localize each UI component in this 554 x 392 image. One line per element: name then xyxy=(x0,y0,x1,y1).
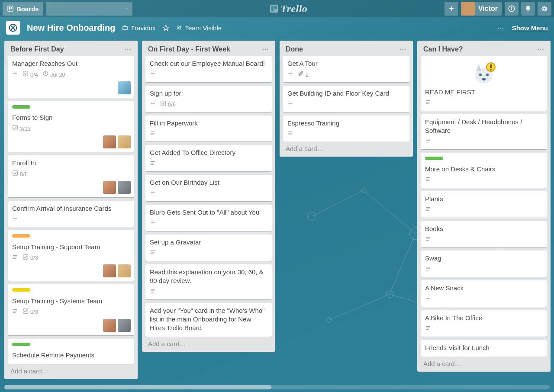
description-badge xyxy=(287,130,293,138)
card[interactable]: Get Building ID and Floor Key Card xyxy=(283,86,409,112)
card[interactable]: Set up a Gravatar xyxy=(145,235,272,261)
board-canvas[interactable]: Before First Day ⋯ Manager Reaches Out0/… xyxy=(0,38,554,392)
checklist-count: 0/4 xyxy=(30,71,38,79)
member-avatar[interactable] xyxy=(103,181,116,194)
card[interactable]: Enroll In0/8 xyxy=(8,155,134,197)
card[interactable]: Books xyxy=(421,221,547,247)
due-date: Jul 20 xyxy=(50,71,65,79)
card[interactable]: Forms to Sign3/13 xyxy=(8,101,134,152)
card[interactable]: Get on Our Birthday List xyxy=(145,175,272,201)
search-input[interactable] xyxy=(50,5,126,12)
notifications-button[interactable] xyxy=(521,2,535,16)
menu-dots-icon: ⋯ xyxy=(497,24,505,32)
card[interactable]: READ ME FIRST xyxy=(421,56,547,111)
member-avatar[interactable] xyxy=(103,135,116,148)
list-menu-button[interactable]: ⋯ xyxy=(262,45,269,53)
card-title: More on Desks & Chairs xyxy=(425,165,543,174)
create-button[interactable] xyxy=(444,2,458,16)
org-button[interactable]: Travidux xyxy=(122,24,155,32)
checklist-icon xyxy=(12,125,18,133)
checklist-count: 0/6 xyxy=(168,101,176,109)
member-avatar[interactable] xyxy=(118,319,131,332)
card-title: Set up a Gravatar xyxy=(150,238,267,247)
card[interactable]: More on Desks & Chairs xyxy=(421,153,547,188)
add-card-button[interactable]: Add a card… xyxy=(8,364,134,376)
checklist-icon xyxy=(23,71,29,79)
board-icon[interactable] xyxy=(6,21,20,35)
member-avatar[interactable] xyxy=(118,181,131,194)
card[interactable]: Schedule Remote Payments xyxy=(8,339,134,364)
card[interactable]: Espresso Training xyxy=(283,116,409,142)
card[interactable]: Fill in Paperwork xyxy=(145,116,272,142)
add-card-button[interactable]: Add a card… xyxy=(145,337,272,348)
description-badge xyxy=(150,219,156,228)
card-title: Espresso Training xyxy=(287,119,405,128)
card[interactable]: Get A Tour2 xyxy=(283,56,409,82)
boards-icon xyxy=(7,5,14,12)
add-card-button[interactable]: Add a card… xyxy=(421,357,547,368)
description-icon xyxy=(287,71,293,79)
card-title: Get Building ID and Floor Key Card xyxy=(287,89,405,98)
checklist-count: 0/8 xyxy=(20,170,28,178)
brand-text: Trello xyxy=(280,3,307,15)
card[interactable]: A Bike In The Office xyxy=(421,310,547,337)
star-button[interactable] xyxy=(162,24,169,31)
card[interactable]: Sign up for:0/6 xyxy=(145,86,272,112)
user-menu[interactable]: Victor xyxy=(461,2,502,16)
svg-rect-42 xyxy=(23,71,28,76)
description-icon xyxy=(150,71,156,79)
member-avatar[interactable] xyxy=(103,264,116,277)
description-badge xyxy=(150,71,156,79)
member-avatar[interactable] xyxy=(118,81,131,94)
card[interactable]: Blurb Gets Sent Out to "All" about You xyxy=(145,205,272,231)
card[interactable]: Confirm Arrival of Insurance Cards xyxy=(8,201,134,227)
description-badge xyxy=(287,100,293,109)
description-icon xyxy=(150,160,156,168)
member-avatar[interactable] xyxy=(103,319,116,332)
description-icon xyxy=(12,254,18,262)
card[interactable]: Add your "You" card in the "Who's Who" l… xyxy=(145,303,272,337)
list-menu-button[interactable]: ⋯ xyxy=(537,45,544,53)
list-title[interactable]: On First Day - First Week xyxy=(148,45,230,53)
card-title: Equipment / Desk / Headphones / Software xyxy=(425,118,543,135)
user-avatar xyxy=(461,2,475,16)
card[interactable]: A New Snack xyxy=(421,280,547,307)
card[interactable]: Friends Visit for Lunch xyxy=(421,340,547,357)
checklist-icon xyxy=(23,308,29,316)
scrollbar-thumb[interactable] xyxy=(4,385,271,389)
attachment-count: 2 xyxy=(306,71,309,79)
board-title[interactable]: New Hire Onboarding xyxy=(27,23,115,33)
list-menu-button[interactable]: ⋯ xyxy=(399,45,407,53)
horizontal-scrollbar[interactable] xyxy=(4,385,550,389)
brand-logo[interactable]: Trello xyxy=(135,3,442,15)
card-title: Manager Reaches Out xyxy=(12,59,130,68)
card[interactable]: Manager Reaches Out0/4Jul 20 xyxy=(8,56,134,98)
member-avatar[interactable] xyxy=(118,135,131,148)
info-button[interactable] xyxy=(505,2,519,16)
search-box[interactable] xyxy=(46,2,132,16)
list: Can I Have? ⋯ READ ME FIRSTEquipment / D… xyxy=(417,41,551,372)
card-title: Friends Visit for Lunch xyxy=(425,344,543,352)
show-menu-button[interactable]: Show Menu xyxy=(512,24,548,32)
add-card-button[interactable]: Add a card… xyxy=(283,141,409,153)
list-title[interactable]: Before First Day xyxy=(10,45,64,53)
list-menu-button[interactable]: ⋯ xyxy=(124,45,132,53)
card[interactable]: Setup Training - Systems Team0/3 xyxy=(8,284,134,335)
card[interactable]: Plants xyxy=(421,191,547,218)
list-title[interactable]: Can I Have? xyxy=(423,45,463,53)
checklist-count: 3/13 xyxy=(20,125,31,133)
list-title[interactable]: Done xyxy=(286,45,303,53)
card-title: Get on Our Birthday List xyxy=(150,178,267,187)
visibility-button[interactable]: Team Visible xyxy=(176,24,222,32)
settings-button[interactable] xyxy=(538,2,551,16)
card[interactable]: Swag xyxy=(421,251,547,277)
card[interactable]: Get Added To Office Directory xyxy=(145,145,272,171)
card[interactable]: Check out our Employee Manual Board! xyxy=(145,56,272,82)
member-avatar[interactable] xyxy=(118,264,131,277)
card[interactable]: Read this explanation on your 30, 60, & … xyxy=(145,264,272,299)
card-title: Schedule Remote Payments xyxy=(12,351,130,360)
svg-point-97 xyxy=(490,69,492,71)
boards-button[interactable]: Boards xyxy=(3,2,43,16)
card[interactable]: Setup Training - Support Team0/3 xyxy=(8,230,134,281)
card[interactable]: Equipment / Desk / Headphones / Software xyxy=(421,114,547,149)
